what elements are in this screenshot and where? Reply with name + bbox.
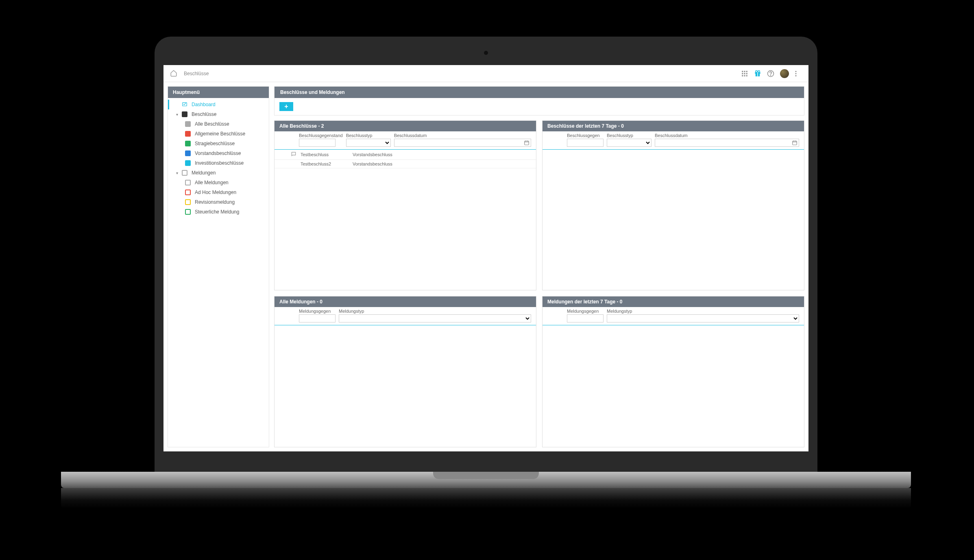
svg-rect-11	[757, 72, 758, 76]
apps-grid-icon[interactable]	[741, 70, 748, 77]
col-header: Meldungsgegen	[567, 309, 604, 314]
card-header: Alle Meldungen - 0	[275, 296, 536, 307]
clipboard-icon	[185, 190, 191, 195]
sidebar-item-label: Stragiebeschlüsse	[195, 141, 235, 146]
main: Beschlüsse und Meldungen + Alle Beschlüs…	[274, 86, 804, 447]
filter-gegenstand-input[interactable]	[567, 139, 604, 147]
svg-point-15	[770, 75, 771, 75]
sidebar-item-label: Revisionsmeldung	[195, 199, 235, 205]
cell-gegenstand: Testbeschluss2	[301, 161, 349, 166]
svg-rect-5	[746, 73, 747, 74]
card-header: Meldungen der letzten 7 Tage - 0	[543, 296, 804, 307]
filter-typ-select[interactable]	[346, 139, 391, 147]
topbar-actions	[741, 69, 802, 78]
laptop-reflection	[61, 488, 911, 508]
filter-gegenstand-input[interactable]	[299, 314, 336, 322]
screen: Beschlüsse Haup	[163, 65, 808, 451]
clipboard-icon	[185, 209, 191, 215]
filter-typ-select[interactable]	[339, 314, 531, 322]
filter-typ-select[interactable]	[607, 139, 652, 147]
sidebar-item-steuer[interactable]: Steuerliche Meldung	[168, 207, 269, 217]
svg-rect-0	[742, 71, 743, 72]
filter-datum-input[interactable]	[655, 139, 799, 147]
table-row[interactable]: Testbeschluss Vorstandsbeschluss	[275, 150, 536, 160]
square-icon	[185, 160, 191, 166]
add-button[interactable]: +	[279, 102, 293, 111]
card-header: Beschlüsse der letzten 7 Tage - 0	[543, 121, 804, 131]
dashboard-icon	[182, 102, 187, 107]
card-header: Alle Beschlüsse - 2	[275, 121, 536, 131]
filter-datum-input[interactable]	[394, 139, 531, 147]
card-meldungen-7tage: Meldungen der letzten 7 Tage - 0 Meldung…	[542, 296, 804, 447]
sidebar-item-label: Ad Hoc Meldungen	[195, 190, 236, 195]
sidebar-item-allgemeine[interactable]: Allgemeine Beschlüsse	[168, 129, 269, 139]
sidebar-item-alle-meldungen[interactable]: Alle Meldungen	[168, 178, 269, 187]
side-tree: Dashboard ▾ Beschlüsse Alle Beschlüsse A…	[168, 98, 269, 218]
sidebar-item-strategie[interactable]: Stragiebeschlüsse	[168, 139, 269, 148]
laptop-notch	[433, 472, 539, 479]
square-icon	[185, 121, 191, 127]
cell-typ: Vorstandsbeschluss	[353, 152, 418, 157]
square-icon	[185, 141, 191, 146]
square-icon	[185, 150, 191, 156]
col-header: Meldungstyp	[607, 309, 799, 314]
filter-row: Beschlussgegenstand Beschlusstyp Beschlu…	[275, 131, 536, 148]
col-header: Meldungsgegen	[299, 309, 336, 314]
sidebar-item-vorstand[interactable]: Vorstandsbeschlüsse	[168, 148, 269, 158]
filter-row: Beschlussgegen Beschlusstyp Beschlussdat…	[543, 131, 804, 148]
clipboard-icon	[185, 180, 191, 185]
help-icon[interactable]	[767, 70, 774, 77]
sidebar-item-label: Investitionsbeschlüsse	[195, 160, 244, 166]
sidebar-item-label: Steuerliche Meldung	[195, 209, 239, 215]
filter-row: Meldungsgegen Meldungstyp	[275, 307, 536, 324]
filter-gegenstand-input[interactable]	[567, 314, 604, 322]
gift-icon[interactable]	[754, 70, 761, 77]
main-header: Beschlüsse und Meldungen	[275, 87, 804, 98]
card-alle-meldungen: Alle Meldungen - 0 Meldungsgegen Meldung…	[274, 296, 536, 447]
sidebar-item-dashboard[interactable]: Dashboard	[168, 100, 269, 109]
calendar-icon[interactable]	[792, 140, 798, 146]
cards-grid: Alle Beschlüsse - 2 Beschlussgegenstand …	[274, 120, 804, 447]
filter-typ-select[interactable]	[607, 314, 799, 322]
sidebar-item-label: Allgemeine Beschlüsse	[195, 131, 245, 137]
filter-row: Meldungsgegen Meldungstyp	[543, 307, 804, 324]
calendar-icon[interactable]	[524, 140, 529, 146]
sidebar-item-label: Vorstandsbeschlüsse	[195, 150, 241, 156]
cell-gegenstand: Testbeschluss	[301, 152, 349, 157]
sidebar-item-label: Beschlüsse	[192, 111, 216, 117]
svg-rect-20	[525, 141, 529, 145]
clipboard-icon	[182, 170, 187, 176]
sidebar-item-investition[interactable]: Investitionsbeschlüsse	[168, 158, 269, 168]
home-icon[interactable]	[170, 70, 177, 78]
svg-rect-21	[793, 141, 797, 145]
svg-rect-7	[744, 75, 745, 76]
clipboard-icon	[185, 199, 191, 205]
menu-dots-icon[interactable]	[795, 70, 802, 77]
col-header: Beschlusstyp	[607, 133, 652, 138]
cell-typ: Vorstandsbeschluss	[353, 161, 418, 166]
sidebar-item-alle-beschluesse[interactable]: Alle Beschlüsse	[168, 119, 269, 129]
svg-rect-4	[744, 73, 745, 74]
card-beschluesse-7tage: Beschlüsse der letzten 7 Tage - 0 Beschl…	[542, 120, 804, 290]
sidebar-item-beschluesse[interactable]: ▾ Beschlüsse	[168, 109, 269, 119]
sidebar-item-label: Alle Beschlüsse	[195, 121, 229, 127]
sidebar-item-meldungen[interactable]: ▾ Meldungen	[168, 168, 269, 178]
breadcrumb[interactable]: Beschlüsse	[184, 71, 209, 76]
plus-icon: +	[284, 103, 288, 110]
table-row[interactable]: Testbeschluss2 Vorstandsbeschluss	[275, 160, 536, 168]
sidebar-item-revision[interactable]: Revisionsmeldung	[168, 197, 269, 207]
sidebar: Hauptmenü Dashboard ▾ Beschlüsse	[168, 86, 269, 447]
filter-gegenstand-input[interactable]	[299, 139, 336, 147]
svg-rect-1	[744, 71, 745, 72]
laptop-frame: Beschlüsse Haup	[155, 37, 817, 476]
card-alle-beschluesse: Alle Beschlüsse - 2 Beschlussgegenstand …	[274, 120, 536, 290]
avatar[interactable]	[780, 69, 789, 78]
square-icon	[185, 131, 191, 137]
camera-dot	[484, 51, 488, 55]
svg-point-12	[756, 70, 758, 72]
caret-down-icon: ▾	[176, 112, 180, 117]
col-header: Beschlussgegenstand	[299, 133, 343, 138]
main-panel: Beschlüsse und Meldungen +	[274, 86, 804, 115]
col-header: Beschlussdatum	[655, 133, 799, 138]
sidebar-item-adhoc[interactable]: Ad Hoc Meldungen	[168, 187, 269, 197]
